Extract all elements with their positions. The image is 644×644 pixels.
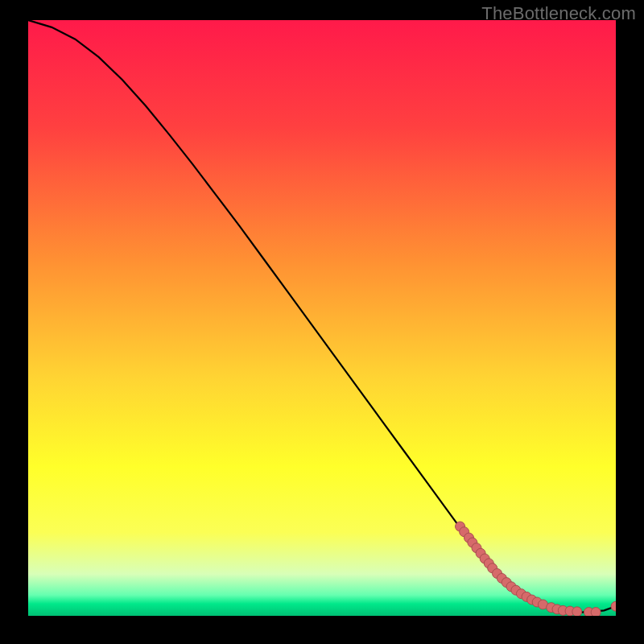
data-point bbox=[572, 607, 582, 616]
chart-svg bbox=[28, 20, 616, 616]
chart-background bbox=[28, 20, 616, 616]
chart-plot-area bbox=[28, 20, 616, 616]
data-point bbox=[591, 608, 601, 616]
watermark-text: TheBottleneck.com bbox=[481, 3, 636, 24]
